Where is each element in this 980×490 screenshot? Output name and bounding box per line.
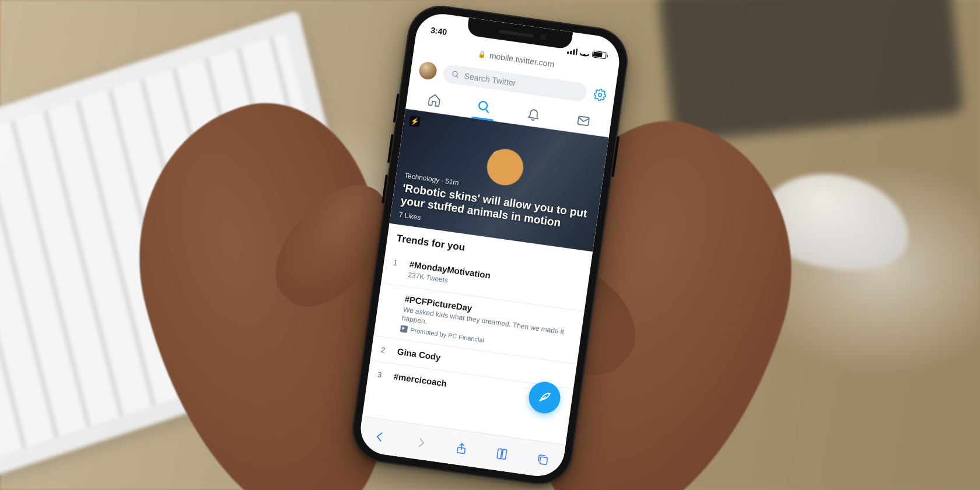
cellular-icon bbox=[567, 47, 578, 55]
svg-line-1 bbox=[456, 76, 458, 78]
feather-icon bbox=[537, 390, 552, 405]
chevron-right-icon bbox=[414, 435, 428, 450]
svg-rect-7 bbox=[457, 447, 466, 453]
tabs-icon bbox=[536, 452, 550, 467]
svg-line-4 bbox=[485, 109, 489, 113]
browser-url: mobile.twitter.com bbox=[489, 51, 555, 69]
promoted-icon bbox=[400, 325, 408, 333]
bookmarks-button[interactable] bbox=[494, 445, 510, 462]
avatar[interactable] bbox=[418, 61, 438, 80]
search-icon bbox=[476, 99, 492, 114]
lock-icon: 🔒 bbox=[478, 50, 487, 59]
book-icon bbox=[495, 446, 509, 461]
amp-icon: ⚡ bbox=[409, 116, 421, 127]
home-icon bbox=[426, 92, 442, 107]
mail-icon bbox=[576, 113, 592, 128]
trend-rank bbox=[384, 292, 397, 331]
trend-rank: 3 bbox=[377, 369, 386, 380]
trend-rank: 2 bbox=[380, 344, 390, 356]
svg-rect-8 bbox=[540, 456, 547, 464]
bell-icon bbox=[526, 106, 542, 121]
search-placeholder: Search Twitter bbox=[464, 71, 517, 88]
svg-point-3 bbox=[478, 101, 488, 110]
status-time: 3:40 bbox=[430, 25, 447, 37]
battery-icon bbox=[592, 50, 606, 59]
gear-icon bbox=[593, 88, 607, 102]
settings-button[interactable] bbox=[593, 88, 607, 102]
search-icon bbox=[451, 70, 460, 79]
share-button[interactable] bbox=[453, 439, 470, 456]
wifi-icon bbox=[580, 48, 590, 57]
trend-rank: 1 bbox=[391, 257, 402, 278]
back-button[interactable] bbox=[372, 428, 388, 445]
forward-button[interactable] bbox=[412, 434, 429, 451]
svg-point-2 bbox=[598, 93, 602, 97]
tab-search[interactable] bbox=[475, 98, 492, 115]
tab-notifications[interactable] bbox=[525, 105, 542, 122]
chevron-left-icon bbox=[373, 429, 387, 444]
tabs-button[interactable] bbox=[534, 451, 551, 468]
tab-home[interactable] bbox=[426, 91, 443, 108]
share-icon bbox=[454, 441, 469, 456]
tab-messages[interactable] bbox=[575, 112, 592, 129]
